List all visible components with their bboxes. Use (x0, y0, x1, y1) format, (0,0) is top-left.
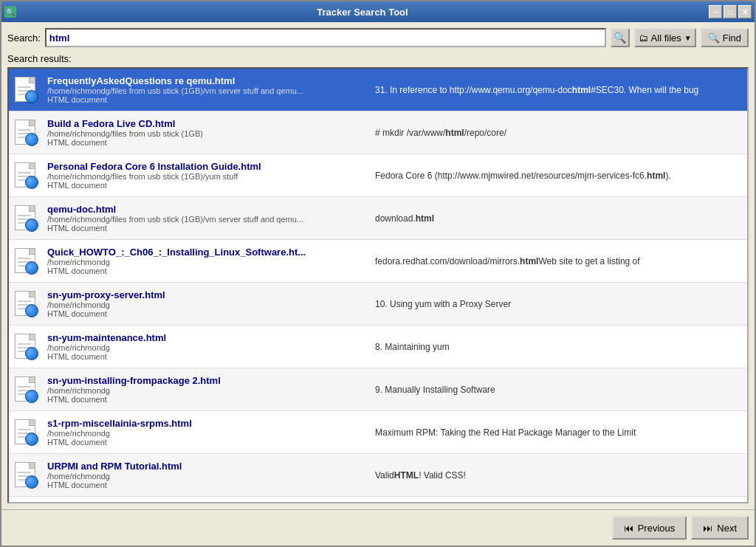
result-icon (9, 154, 44, 196)
find-button[interactable]: 🔍 Find (701, 28, 749, 47)
result-info: Personal Fedora Core 6 Installation Guid… (44, 154, 369, 196)
search-icon-button[interactable]: 🔍 (611, 28, 630, 47)
bottom-bar: ⏮ Previous ⏭ Next (1, 509, 755, 546)
result-info: FrequentlyAskedQuestions re qemu.html/ho… (44, 69, 369, 111)
table-row[interactable]: Personal Fedora Core 6 Installation Guid… (9, 154, 747, 197)
result-snippet: Maximum RPM: Taking the Red Hat Package … (369, 411, 747, 453)
result-title: URPMI and RPM Tutorial.html (47, 461, 366, 472)
result-path: /home/richmondg (47, 258, 366, 266)
result-type: HTML document (47, 224, 366, 233)
result-info: qemu-doc.html/home/richmondg/files from … (44, 197, 369, 239)
result-path: /home/richmondg/files from usb stick (1G… (47, 215, 366, 224)
result-icon (9, 197, 44, 239)
result-snippet: 31. In reference to http://www.qemu.org/… (369, 69, 747, 111)
html-globe-icon (25, 176, 38, 189)
html-globe-icon (25, 133, 38, 146)
result-icon (9, 111, 44, 154)
result-icon (9, 326, 44, 368)
table-row[interactable]: URPMI and RPM Tutorial.html/home/richmon… (9, 454, 747, 497)
close-button[interactable]: ✕ (738, 5, 752, 18)
result-info: s1-rpm-miscellainia-srpms.html/home/rich… (44, 411, 369, 453)
result-info: Build a Fedora Live CD.html/home/richmon… (44, 111, 369, 154)
result-title: FrequentlyAskedQuestions re qemu.html (47, 75, 366, 86)
result-snippet: 10. Using yum with a Proxy Server (369, 283, 747, 325)
content-area: Search: 🔍 🗂 All files ▼ 🔍 Find Search re… (1, 22, 755, 509)
next-icon: ⏭ (703, 523, 712, 534)
result-title: sn-yum-proxy-server.html (47, 289, 366, 300)
previous-label: Previous (638, 523, 676, 534)
result-path: /home/richmondg (47, 343, 366, 352)
result-snippet: 8. Maintaining yum (369, 326, 747, 368)
window-title: Tracker Search Tool (16, 7, 709, 18)
file-type-icon: 🗂 (639, 32, 648, 44)
find-icon: 🔍 (708, 32, 720, 44)
result-icon (9, 411, 44, 453)
result-type: HTML document (47, 309, 366, 318)
result-snippet: Fedora Core 6 (http://www.mjmwired.net/r… (369, 154, 747, 196)
main-window: 🔍 Tracker Search Tool ─ □ ✕ Search: 🔍 🗂 … (0, 0, 756, 547)
results-list: FrequentlyAskedQuestions re qemu.html/ho… (7, 67, 749, 503)
result-snippet: 9. Manually Installing Software (369, 368, 747, 410)
result-snippet: download.html (369, 197, 747, 239)
result-type: HTML document (47, 95, 366, 104)
html-globe-icon (25, 390, 38, 403)
previous-icon: ⏮ (624, 523, 633, 534)
table-row[interactable]: sn-yum-proxy-server.html/home/richmondgH… (9, 283, 747, 326)
result-snippet: Valid HTML! Valid CSS! (369, 454, 747, 496)
title-bar-left: 🔍 (1, 6, 16, 18)
result-type: HTML document (47, 266, 366, 275)
result-path: /home/richmondg (47, 429, 366, 438)
html-globe-icon (25, 219, 38, 232)
table-row[interactable]: sn-yum-installing-frompackage 2.html/hom… (9, 368, 747, 411)
result-title: qemu-doc.html (47, 204, 366, 215)
html-globe-icon (25, 90, 38, 103)
find-label: Find (723, 32, 741, 44)
title-bar-controls: ─ □ ✕ (709, 5, 755, 18)
table-row[interactable]: Quick_HOWTO_:_Ch06_:_Installing_Linux_So… (9, 240, 747, 283)
file-type-label: All files (651, 32, 681, 44)
result-icon (9, 454, 44, 496)
html-globe-icon (25, 433, 38, 446)
html-globe-icon (25, 304, 38, 317)
previous-button[interactable]: ⏮ Previous (612, 516, 687, 540)
result-type: HTML document (47, 481, 366, 489)
minimize-button[interactable]: ─ (709, 5, 722, 18)
result-title: sn-yum-maintenance.html (47, 332, 366, 343)
results-label: Search results: (7, 53, 749, 64)
table-row[interactable]: qemu-doc.html/home/richmondg/files from … (9, 197, 747, 240)
next-button[interactable]: ⏭ Next (691, 516, 749, 540)
search-icon: 🔍 (614, 32, 626, 44)
result-path: /home/richmondg (47, 386, 366, 395)
result-icon (9, 283, 44, 325)
html-globe-icon (25, 347, 38, 360)
result-type: HTML document (47, 181, 366, 190)
result-info: sn-yum-installing-frompackage 2.html/hom… (44, 368, 369, 410)
table-row[interactable]: Build a Fedora Live CD.html/home/richmon… (9, 111, 747, 154)
table-row[interactable]: FrequentlyAskedQuestions re qemu.html/ho… (9, 69, 747, 111)
html-globe-icon (25, 261, 38, 275)
result-title: Build a Fedora Live CD.html (47, 118, 366, 129)
table-row[interactable]: sn-yum-maintenance.html/home/richmondgHT… (9, 326, 747, 368)
table-row[interactable]: s1-rpm-miscellainia-srpms.html/home/rich… (9, 411, 747, 454)
result-path: /home/richmondg/files from usb stick (1G… (47, 129, 366, 138)
maximize-button[interactable]: □ (724, 5, 737, 18)
chevron-down-icon: ▼ (684, 34, 692, 42)
file-type-select[interactable]: 🗂 All files ▼ (634, 28, 696, 47)
result-type: HTML document (47, 438, 366, 447)
result-info: Quick_HOWTO_:_Ch06_:_Installing_Linux_So… (44, 240, 369, 282)
result-type: HTML document (47, 395, 366, 404)
title-bar: 🔍 Tracker Search Tool ─ □ ✕ (1, 1, 755, 22)
result-icon (9, 69, 44, 111)
result-path: /home/richmondg (47, 300, 366, 309)
result-path: /home/richmondg/files from usb stick (1G… (47, 172, 366, 181)
result-snippet: fedora.redhat.com/download/mirrors.html … (369, 240, 747, 282)
result-title: Personal Fedora Core 6 Installation Guid… (47, 161, 366, 172)
result-icon (9, 240, 44, 282)
result-info: sn-yum-proxy-server.html/home/richmondgH… (44, 283, 369, 325)
result-title: s1-rpm-miscellainia-srpms.html (47, 418, 366, 429)
result-info: URPMI and RPM Tutorial.html/home/richmon… (44, 454, 369, 496)
result-title: sn-yum-installing-frompackage 2.html (47, 375, 366, 386)
search-input[interactable] (45, 28, 606, 47)
result-info: sn-yum-maintenance.html/home/richmondgHT… (44, 326, 369, 368)
search-label: Search: (7, 32, 41, 44)
